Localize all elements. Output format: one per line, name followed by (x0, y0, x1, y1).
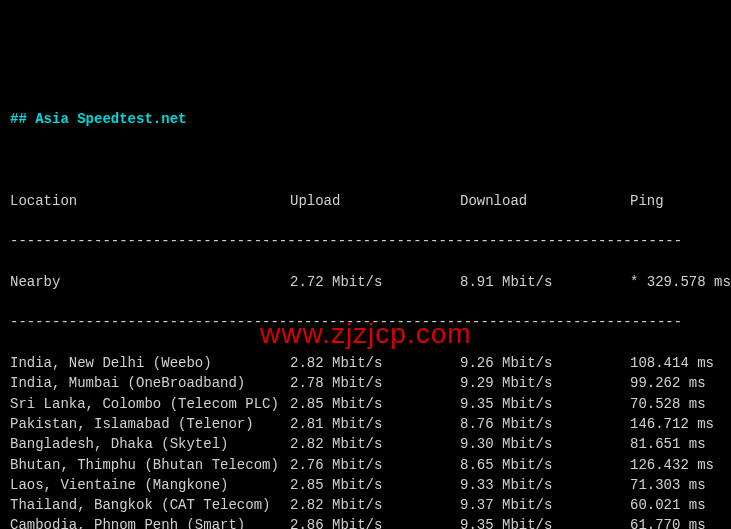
cell-download: 9.30 Mbit/s (460, 434, 630, 454)
cell-ping: 60.021 ms (630, 495, 721, 515)
table-row: Sri Lanka, Colombo (Telecom PLC)2.85 Mbi… (10, 394, 721, 414)
table-row: Laos, Vientaine (Mangkone)2.85 Mbit/s9.3… (10, 475, 721, 495)
cell-download: 9.37 Mbit/s (460, 495, 630, 515)
cell-download: 9.33 Mbit/s (460, 475, 630, 495)
table-row: India, New Delhi (Weebo)2.82 Mbit/s9.26 … (10, 353, 721, 373)
table-row: Thailand, Bangkok (CAT Telecom)2.82 Mbit… (10, 495, 721, 515)
cell-location: Bhutan, Thimphu (Bhutan Telecom) (10, 455, 290, 475)
cell-ping: 126.432 ms (630, 455, 721, 475)
divider-line: ----------------------------------------… (10, 312, 721, 332)
cell-location: Cambodia, Phnom Penh (Smart) (10, 515, 290, 529)
header-location: Location (10, 191, 290, 211)
cell-ping: 108.414 ms (630, 353, 721, 373)
cell-ping: 146.712 ms (630, 414, 721, 434)
table-header-row: LocationUploadDownloadPing (10, 191, 721, 211)
table-row: Bangladesh, Dhaka (Skytel)2.82 Mbit/s9.3… (10, 434, 721, 454)
cell-ping: 99.262 ms (630, 373, 721, 393)
cell-upload: 2.82 Mbit/s (290, 434, 460, 454)
cell-location: Sri Lanka, Colombo (Telecom PLC) (10, 394, 290, 414)
section-title: ## Asia Speedtest.net (10, 109, 721, 129)
cell-location: Bangladesh, Dhaka (Skytel) (10, 434, 290, 454)
cell-upload: 2.78 Mbit/s (290, 373, 460, 393)
divider-line: ----------------------------------------… (10, 231, 721, 251)
cell-download: 9.26 Mbit/s (460, 353, 630, 373)
table-row: Bhutan, Thimphu (Bhutan Telecom)2.76 Mbi… (10, 455, 721, 475)
cell-upload: 2.76 Mbit/s (290, 455, 460, 475)
cell-upload: 2.82 Mbit/s (290, 353, 460, 373)
header-ping: Ping (630, 191, 721, 211)
cell-download: 9.29 Mbit/s (460, 373, 630, 393)
cell-upload: 2.81 Mbit/s (290, 414, 460, 434)
cell-download: 9.35 Mbit/s (460, 394, 630, 414)
cell-location: Laos, Vientaine (Mangkone) (10, 475, 290, 495)
cell-location: India, New Delhi (Weebo) (10, 353, 290, 373)
cell-download: 8.65 Mbit/s (460, 455, 630, 475)
nearby-ping: * 329.578 ms (630, 272, 731, 292)
data-rows: India, New Delhi (Weebo)2.82 Mbit/s9.26 … (10, 353, 721, 529)
cell-ping: 70.528 ms (630, 394, 721, 414)
nearby-row: Nearby2.72 Mbit/s8.91 Mbit/s* 329.578 ms (10, 272, 721, 292)
table-row: India, Mumbai (OneBroadband)2.78 Mbit/s9… (10, 373, 721, 393)
header-upload: Upload (290, 191, 460, 211)
terminal-output: ## Asia Speedtest.net LocationUploadDown… (10, 89, 721, 529)
blank-line (10, 150, 721, 170)
nearby-download: 8.91 Mbit/s (460, 272, 630, 292)
cell-download: 8.76 Mbit/s (460, 414, 630, 434)
nearby-upload: 2.72 Mbit/s (290, 272, 460, 292)
cell-ping: 71.303 ms (630, 475, 721, 495)
cell-upload: 2.85 Mbit/s (290, 394, 460, 414)
cell-upload: 2.85 Mbit/s (290, 475, 460, 495)
cell-location: India, Mumbai (OneBroadband) (10, 373, 290, 393)
table-row: Cambodia, Phnom Penh (Smart)2.86 Mbit/s9… (10, 515, 721, 529)
cell-download: 9.35 Mbit/s (460, 515, 630, 529)
cell-location: Thailand, Bangkok (CAT Telecom) (10, 495, 290, 515)
cell-ping: 61.770 ms (630, 515, 721, 529)
nearby-location: Nearby (10, 272, 290, 292)
cell-upload: 2.82 Mbit/s (290, 495, 460, 515)
cell-upload: 2.86 Mbit/s (290, 515, 460, 529)
cell-ping: 81.651 ms (630, 434, 721, 454)
header-download: Download (460, 191, 630, 211)
cell-location: Pakistan, Islamabad (Telenor) (10, 414, 290, 434)
table-row: Pakistan, Islamabad (Telenor)2.81 Mbit/s… (10, 414, 721, 434)
